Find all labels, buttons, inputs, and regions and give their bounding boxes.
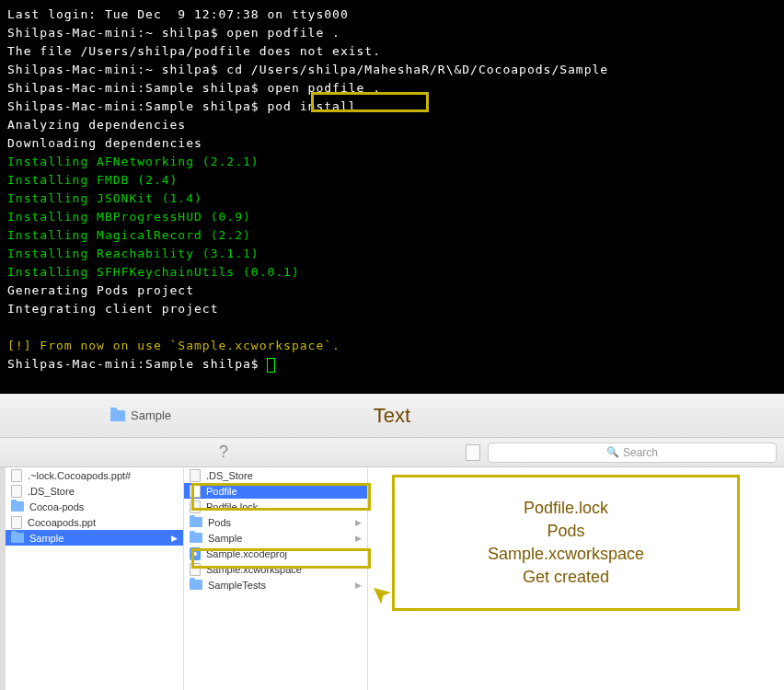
folder-item-selected[interactable]: Sample▶ (6, 530, 183, 546)
terminal-line: Analyzing dependencies (7, 116, 777, 134)
terminal-line-install: Installing MBProgressHUD (0.9) (7, 208, 777, 226)
terminal-line-warning: [!] From now on use `Sample.xcworkspace`… (7, 337, 777, 355)
callout-line: Get created (523, 568, 609, 587)
terminal-line-install: Installing Reachability (3.1.1) (7, 245, 777, 263)
xcworkspace-icon (190, 563, 201, 576)
terminal-prompt[interactable]: Shilpas-Mac-mini:Sample shilpa$ (7, 355, 777, 374)
search-placeholder: Search (623, 446, 658, 459)
chevron-right-icon: ▶ (355, 534, 362, 543)
chevron-right-icon: ▶ (171, 534, 178, 543)
highlighted-command: pod install (267, 99, 356, 113)
folder-item[interactable]: Pods▶ (184, 514, 367, 530)
terminal-line: Shilpas-Mac-mini:Sample shilpa$ open pod… (7, 79, 777, 98)
chevron-right-icon: ▶ (355, 581, 362, 590)
terminal-line: Shilpas-Mac-mini:~ shilpa$ open podfile … (7, 24, 777, 42)
file-item[interactable]: .DS_Store (6, 483, 183, 499)
project-item[interactable]: Sample.xcodeproj (184, 546, 367, 561)
folder-icon (190, 517, 202, 527)
file-item[interactable]: .~lock.Cocoapods.ppt# (6, 467, 183, 483)
folder-item[interactable]: Cocoa-pods (6, 499, 183, 514)
file-icon (11, 516, 22, 529)
folder-icon (190, 580, 202, 590)
file-icon (190, 469, 201, 482)
help-icon[interactable]: ? (219, 443, 228, 462)
terminal-line: Integrating client project (7, 300, 777, 318)
search-icon: 🔍 (606, 446, 619, 458)
cursor-icon (267, 358, 275, 373)
folder-icon (11, 533, 24, 543)
column-1: .~lock.Cocoapods.ppt# .DS_Store Cocoa-po… (0, 467, 184, 690)
file-icon (11, 469, 22, 482)
folder-item[interactable]: SampleTests▶ (184, 577, 367, 592)
document-icon[interactable] (466, 444, 480, 461)
terminal-line-install: Installing AFNetworking (2.2.1) (7, 153, 777, 171)
terminal-line (7, 318, 777, 337)
xcodeproj-icon (190, 547, 201, 560)
terminal-line: Shilpas-Mac-mini:Sample shilpa$ pod inst… (7, 98, 777, 116)
file-item[interactable]: Cocoapods.ppt (6, 514, 183, 530)
annotation-title: Text (374, 394, 410, 438)
file-item-selected[interactable]: Podfile (184, 483, 367, 499)
folder-icon (110, 410, 125, 421)
folder-icon (190, 533, 202, 543)
callout-line: Podfile.lock (524, 499, 608, 518)
finder-columns: .~lock.Cocoapods.ppt# .DS_Store Cocoa-po… (0, 467, 784, 690)
search-input[interactable]: 🔍 Search (488, 443, 777, 463)
terminal-line-install: Installing JSONKit (1.4) (7, 190, 777, 208)
terminal-line: The file /Users/shilpa/podfile does not … (7, 42, 777, 61)
terminal-line: Generating Pods project (7, 282, 777, 300)
terminal-line-install: Installing FMDB (2.4) (7, 171, 777, 190)
terminal-window[interactable]: Last login: Tue Dec 9 12:07:38 on ttys00… (0, 0, 784, 394)
chevron-right-icon: ▶ (355, 518, 362, 527)
terminal-line: Last login: Tue Dec 9 12:07:38 on ttys00… (7, 6, 777, 24)
window-title: Sample (131, 408, 171, 422)
finder-toolbar: ? 🔍 Search (0, 438, 784, 467)
folder-item[interactable]: Sample▶ (184, 530, 367, 546)
terminal-line-install: Installing MagicalRecord (2.2) (7, 226, 777, 245)
annotation-callout: Podfile.lock Pods Sample.xcworkspace Get… (392, 475, 740, 611)
file-icon (11, 485, 22, 498)
terminal-line-install: Installing SFHFKeychainUtils (0.0.1) (7, 263, 777, 282)
file-item[interactable]: .DS_Store (184, 467, 367, 483)
callout-line: Pods (547, 522, 584, 541)
folder-icon (11, 501, 24, 512)
terminal-line: Downloading dependencies (7, 134, 777, 153)
terminal-line: Shilpas-Mac-mini:~ shilpa$ cd /Users/shi… (7, 61, 777, 79)
column-2: .DS_Store Podfile Podfile.lock Pods▶ Sam… (184, 467, 368, 690)
workspace-item[interactable]: Sample.xcworkspace (184, 561, 367, 577)
file-item[interactable]: Podfile.lock (184, 499, 367, 514)
file-icon (190, 485, 201, 498)
callout-line: Sample.xcworkspace (488, 545, 644, 564)
file-icon (190, 500, 201, 513)
